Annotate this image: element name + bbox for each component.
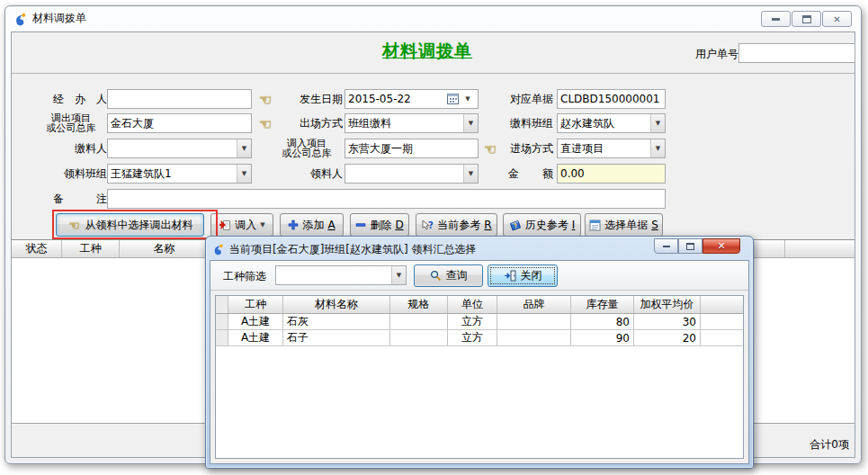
note-icon	[589, 220, 601, 231]
payer-label: 缴料人	[37, 139, 107, 158]
maximize-icon	[686, 243, 694, 250]
out-store-label: 调出项目 或公司总库	[35, 112, 107, 133]
dropdown-arrow-icon[interactable]: ▼	[463, 165, 478, 183]
dropdown-arrow-icon[interactable]: ▼	[391, 266, 406, 284]
maximize-button[interactable]	[792, 11, 821, 27]
screen: 材料调拨单 ✕ 材料调拨单 用户单号 经办人 ☜ 发生日期 2015-05-22	[0, 0, 868, 475]
dialog-client-area: 工种筛选 ▼ 查询 关闭	[210, 260, 749, 464]
operator-label: 经办人	[37, 89, 107, 109]
col-status[interactable]: 状态	[12, 240, 62, 257]
history-reference-button[interactable]: ? 历史参考I	[503, 213, 581, 237]
operator-input[interactable]	[107, 89, 252, 109]
recv-team-combo[interactable]: 王猛建筑队1 ▼	[107, 164, 252, 184]
row-selector	[216, 314, 228, 329]
current-reference-button[interactable]: ? 当前参考R	[416, 213, 497, 237]
dialog-minimize-button[interactable]	[654, 238, 678, 254]
dropdown-arrow-icon[interactable]: ▼	[650, 139, 665, 157]
svg-text:?: ?	[428, 220, 434, 230]
out-mode-label: 出场方式	[271, 113, 343, 133]
in-store-input[interactable]: 东营大厦一期	[345, 139, 479, 158]
calendar-icon[interactable]	[444, 94, 461, 104]
out-mode-combo[interactable]: 班组缴料 ▼	[345, 113, 479, 133]
col-name[interactable]: 名称	[120, 240, 210, 257]
dropdown-arrow-icon[interactable]: ▼	[237, 139, 251, 157]
date-dropdown-arrow[interactable]: ▼	[461, 95, 475, 103]
col-worktype[interactable]: 工种	[228, 296, 283, 313]
help-cursor-icon: ?	[421, 220, 434, 231]
col-stock[interactable]: 库存量	[571, 296, 634, 313]
delete-icon	[355, 220, 366, 230]
in-store-label: 调入项目 或公司总库	[271, 138, 343, 158]
hand-pointer-icon: ☜	[67, 218, 82, 232]
delete-button[interactable]: 删除D	[350, 213, 409, 237]
material-row[interactable]: A土建 石子 立方 90 20	[216, 330, 743, 346]
in-mode-combo[interactable]: 直进项目 ▼	[557, 139, 666, 158]
pick-from-recv-button[interactable]: ☜ 从领料中选择调出材料	[56, 213, 204, 237]
recv-person-combo[interactable]: ▼	[345, 164, 479, 184]
material-row[interactable]: A土建 石灰 立方 80 30	[216, 314, 743, 330]
select-doc-button[interactable]: 选择单据S	[585, 213, 663, 237]
filter-label: 工种筛选	[223, 269, 266, 284]
transfer-in-icon	[219, 219, 231, 231]
col-blank	[785, 240, 855, 257]
minimize-icon	[663, 245, 670, 247]
dropdown-arrow-icon[interactable]: ▼	[650, 114, 665, 132]
add-icon	[288, 220, 299, 230]
add-button[interactable]: 添加A	[280, 213, 344, 237]
recv-team-label: 领料班组	[37, 164, 107, 184]
dialog-grid-header: 工种 材料名称 规格 单位 品牌 库存量 加权平均价	[216, 296, 743, 314]
exit-door-icon	[504, 270, 516, 282]
minimize-button[interactable]	[761, 11, 791, 27]
amount-label: 金额	[496, 164, 553, 184]
row-selector	[216, 330, 228, 345]
doc-no-label: 对应单据	[496, 89, 553, 109]
pay-team-combo[interactable]: 赵水建筑队 ▼	[557, 113, 666, 133]
main-titlebar: 材料调拨单 ✕	[5, 6, 861, 31]
remark-input[interactable]	[107, 189, 666, 209]
query-button[interactable]: 查询	[414, 264, 483, 287]
user-doc-no-label: 用户单号	[695, 47, 738, 62]
remark-label: 备注	[37, 189, 107, 209]
amount-input[interactable]: 0.00	[557, 164, 666, 184]
col-blank	[701, 296, 743, 313]
dialog-title: 当前项目[金石大厦]班组[赵水建筑队] 领料汇总选择	[229, 242, 477, 257]
in-mode-label: 进场方式	[496, 139, 553, 158]
dialog-controls: ✕	[654, 238, 740, 254]
col-worktype[interactable]: 工种	[62, 240, 120, 257]
col-material-name[interactable]: 材料名称	[283, 296, 390, 313]
close-icon: ✕	[833, 14, 840, 24]
col-unit[interactable]: 单位	[448, 296, 497, 313]
dialog-close-button[interactable]: ✕	[702, 238, 740, 254]
doc-no-input[interactable]: CLDBD150000001	[557, 89, 666, 109]
app-icon	[212, 243, 225, 255]
window-title: 材料调拨单	[32, 11, 86, 26]
col-selector	[216, 296, 228, 313]
dialog-maximize-button[interactable]	[678, 238, 702, 254]
close-button[interactable]: ✕	[822, 11, 852, 27]
dropdown-arrow-icon[interactable]: ▼	[237, 165, 251, 183]
dialog-titlebar: 当前项目[金石大厦]班组[赵水建筑队] 领料汇总选择 ✕	[210, 238, 749, 260]
book-icon: ?	[509, 220, 522, 231]
col-spec[interactable]: 规格	[390, 296, 448, 313]
out-store-input[interactable]: 金石大厦	[107, 113, 252, 133]
search-icon	[430, 270, 442, 282]
close-icon: ✕	[717, 240, 725, 252]
col-weighted-price[interactable]: 加权平均价	[634, 296, 701, 313]
close-dialog-button[interactable]: 关闭	[488, 264, 558, 287]
transfer-in-button[interactable]: 调入 ▼	[210, 213, 273, 237]
date-input[interactable]: 2015-05-22 ▼	[345, 89, 479, 109]
header-band: 材料调拨单 用户单号	[12, 32, 855, 74]
dropdown-arrow-icon[interactable]: ▼	[463, 114, 478, 132]
document-title: 材料调拨单	[382, 40, 472, 63]
minimize-icon	[772, 18, 780, 21]
window-controls: ✕	[761, 11, 852, 27]
date-label: 发生日期	[271, 89, 343, 109]
total-count: 合计0项	[810, 437, 849, 453]
col-brand[interactable]: 品牌	[497, 296, 571, 313]
pay-team-label: 缴料班组	[496, 113, 553, 133]
dialog-grid: 工种 材料名称 规格 单位 品牌 库存量 加权平均价 A土建 石灰 立方 8	[215, 295, 744, 459]
payer-combo[interactable]: ▼	[107, 139, 252, 158]
dropdown-arrow-icon: ▼	[260, 221, 264, 229]
user-doc-no-input[interactable]	[738, 43, 855, 63]
filter-combo[interactable]: ▼	[275, 265, 407, 285]
